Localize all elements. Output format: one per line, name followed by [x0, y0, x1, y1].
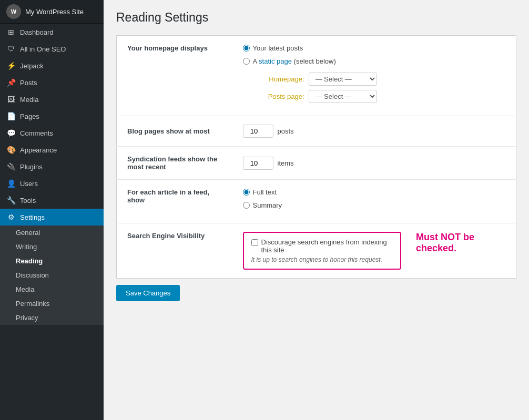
sidebar-item-media-sub[interactable]: Media	[0, 282, 104, 296]
sidebar-item-label: Dashboard	[20, 28, 54, 36]
sidebar-item-comments[interactable]: 💬 Comments	[0, 125, 104, 141]
sidebar-item-label: Settings	[20, 213, 45, 221]
must-not-check-warning: Must NOT be checked.	[416, 232, 505, 254]
summary-radio[interactable]	[243, 202, 250, 209]
sidebar-item-general[interactable]: General	[0, 226, 104, 240]
static-page-radio[interactable]	[243, 58, 250, 65]
feed-show-label: For each article in a feed, show	[127, 188, 209, 204]
summary-label: Summary	[253, 201, 282, 209]
summary-option[interactable]: Summary	[243, 201, 506, 209]
sidebar-logo: W My WordPress Site	[0, 0, 104, 24]
users-icon: 👤	[6, 179, 16, 188]
sidebar-item-jetpack[interactable]: ⚡ Jetpack	[0, 57, 104, 74]
sidebar-item-permalinks[interactable]: Permalinks	[0, 296, 104, 311]
visibility-control-wrapper: Discourage search engines from indexing …	[243, 232, 506, 270]
blog-pages-label: Blog pages show at most	[127, 127, 210, 135]
dashboard-icon: ⊞	[6, 28, 16, 36]
main-content: Reading Settings Your homepage displays …	[104, 0, 529, 420]
search-engine-visibility-row: Search Engine Visibility Discourage sear…	[117, 223, 516, 279]
settings-submenu: General Writing Reading Discussion Media…	[0, 226, 104, 325]
sidebar-item-pages[interactable]: 📄 Pages	[0, 108, 104, 125]
pages-icon: 📄	[6, 112, 16, 120]
sidebar-item-label: Media	[20, 96, 38, 104]
blog-pages-input-group: posts	[243, 125, 506, 138]
sidebar-item-privacy[interactable]: Privacy	[0, 311, 104, 325]
homepage-select-row: Homepage: — Select —	[255, 73, 506, 86]
homepage-select-label: Homepage:	[255, 75, 304, 83]
sidebar-item-label: Comments	[20, 129, 53, 137]
settings-arrow	[99, 213, 104, 221]
homepage-displays-label: Your homepage displays	[127, 44, 208, 52]
posts-page-select-label: Posts page:	[255, 93, 304, 100]
sidebar-item-posts[interactable]: 📌 Posts	[0, 74, 104, 91]
wp-logo-icon: W	[6, 4, 21, 19]
blog-pages-row: Blog pages show at most posts	[117, 116, 516, 147]
sidebar-item-discussion[interactable]: Discussion	[0, 268, 104, 282]
full-text-label: Full text	[253, 188, 277, 196]
plugins-icon: 🔌	[6, 162, 16, 171]
syndication-label: Syndication feeds show the most recent	[127, 155, 217, 171]
full-text-option[interactable]: Full text	[243, 188, 506, 196]
sidebar-menu: ⊞ Dashboard 🛡 All in One SEO ⚡ Jetpack 📌…	[0, 24, 104, 325]
sidebar-item-plugins[interactable]: 🔌 Plugins	[0, 158, 104, 175]
sidebar: W My WordPress Site ⊞ Dashboard 🛡 All in…	[0, 0, 104, 420]
posts-page-select[interactable]: — Select —	[309, 90, 377, 103]
comments-icon: 💬	[6, 129, 16, 137]
sidebar-item-label: Posts	[20, 79, 37, 87]
media-icon: 🖼	[6, 95, 16, 104]
sidebar-item-label: Appearance	[20, 146, 57, 154]
syndication-unit: items	[278, 159, 294, 167]
sidebar-item-dashboard[interactable]: ⊞ Dashboard	[0, 24, 104, 40]
static-page-link[interactable]: static page	[259, 57, 292, 65]
posts-page-select-row: Posts page: — Select —	[255, 90, 506, 103]
save-changes-section: Save Changes	[116, 285, 516, 301]
sidebar-item-writing[interactable]: Writing	[0, 240, 104, 254]
visibility-checkbox-row[interactable]: Discourage search engines from indexing …	[251, 238, 393, 254]
sidebar-item-appearance[interactable]: 🎨 Appearance	[0, 141, 104, 158]
visibility-checkbox[interactable]	[251, 239, 258, 246]
sidebar-item-label: All in One SEO	[20, 45, 66, 53]
feed-show-row: For each article in a feed, show Full te…	[117, 180, 516, 223]
sidebar-item-tools[interactable]: 🔧 Tools	[0, 192, 104, 209]
sidebar-item-label: Users	[20, 180, 38, 188]
static-page-text-label: A static page (select below)	[253, 57, 336, 65]
latest-posts-label: Your latest posts	[253, 44, 303, 52]
homepage-displays-row: Your homepage displays Your latest posts…	[117, 36, 516, 116]
tools-icon: 🔧	[6, 196, 16, 204]
latest-posts-option[interactable]: Your latest posts	[243, 44, 506, 52]
posts-icon: 📌	[6, 78, 16, 87]
sidebar-item-label: Jetpack	[20, 62, 44, 70]
sidebar-item-settings[interactable]: ⚙ Settings	[0, 209, 104, 226]
sidebar-item-users[interactable]: 👤 Users	[0, 175, 104, 192]
jetpack-icon: ⚡	[6, 62, 16, 70]
blog-pages-unit: posts	[278, 127, 294, 135]
sidebar-item-media[interactable]: 🖼 Media	[0, 91, 104, 108]
sidebar-item-label: Tools	[20, 197, 36, 204]
page-title: Reading Settings	[116, 11, 516, 25]
appearance-icon: 🎨	[6, 146, 16, 154]
checkbox-note: It is up to search engines to honor this…	[251, 256, 393, 263]
syndication-row: Syndication feeds show the most recent i…	[117, 147, 516, 180]
syndication-input[interactable]	[243, 157, 273, 170]
site-name: My WordPress Site	[25, 8, 84, 16]
sidebar-item-reading[interactable]: Reading	[0, 254, 104, 268]
settings-icon: ⚙	[6, 213, 16, 221]
checkbox-highlight-box: Discourage search engines from indexing …	[243, 232, 401, 270]
visibility-checkbox-label: Discourage search engines from indexing …	[261, 238, 393, 254]
static-page-option[interactable]: A static page (select below)	[243, 57, 506, 65]
sidebar-item-label: Pages	[20, 112, 39, 120]
aioseo-icon: 🛡	[6, 45, 16, 53]
syndication-input-group: items	[243, 157, 506, 170]
save-changes-button[interactable]: Save Changes	[116, 285, 180, 301]
visibility-label: Search Engine Visibility	[127, 232, 205, 240]
latest-posts-radio[interactable]	[243, 45, 250, 52]
full-text-radio[interactable]	[243, 189, 250, 196]
sidebar-item-aioseo[interactable]: 🛡 All in One SEO	[0, 40, 104, 57]
sidebar-item-label: Plugins	[20, 163, 43, 171]
homepage-select[interactable]: — Select —	[309, 73, 377, 86]
blog-pages-input[interactable]	[243, 125, 273, 138]
